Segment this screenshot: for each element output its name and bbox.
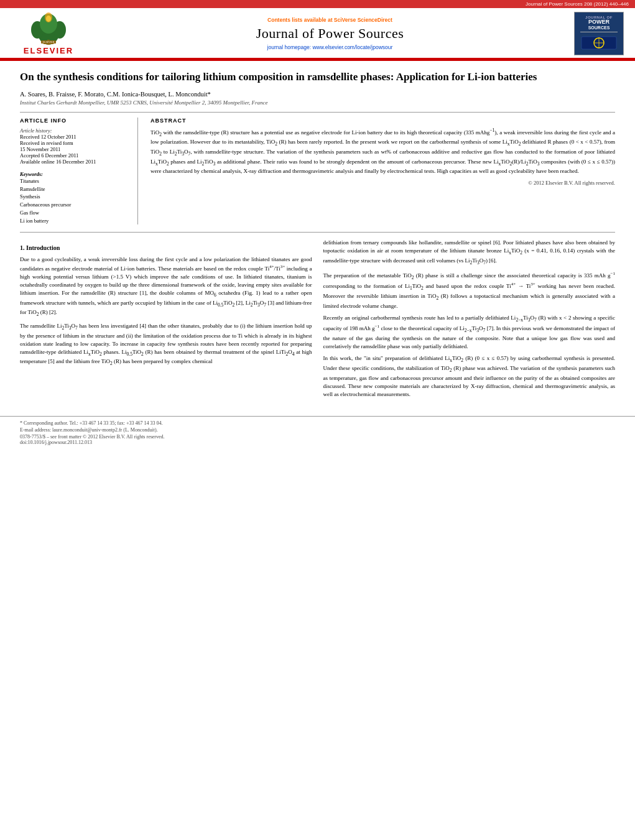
- issn-line: 0378-7753/$ – see front matter © 2012 El…: [20, 434, 615, 440]
- available-date: Available online 16 December 2011: [20, 159, 129, 165]
- homepage-url[interactable]: www.elsevier.com/locate/jpowsour: [312, 44, 392, 50]
- article-info-abstract: ARTICLE INFO Article history: Received 1…: [20, 118, 615, 225]
- intro-paragraph-1: Due to a good cycleability, a weak irrev…: [20, 256, 312, 318]
- copyright: © 2012 Elsevier B.V. All rights reserved…: [151, 180, 615, 186]
- corresponding-note: * Corresponding author. Tel.: +33 467 14…: [20, 420, 615, 426]
- keywords-heading: Keywords:: [20, 171, 129, 177]
- ps-logo-line2: POWER: [588, 19, 610, 25]
- journal-title: Journal of Power Sources: [86, 25, 574, 42]
- right-paragraph-4: In this work, the "in situ" preparation …: [323, 354, 616, 398]
- right-paragraph-1: delithiation from ternary compounds like…: [323, 239, 616, 266]
- keyword-5: Gas flow: [20, 209, 129, 217]
- left-column: 1. Introduction Due to a good cycleabili…: [20, 239, 312, 402]
- authors: A. Soares, B. Fraisse, F. Morato, C.M. I…: [20, 91, 615, 98]
- body-columns: 1. Introduction Due to a good cycleabili…: [20, 239, 615, 402]
- page: Journal of Power Sources 208 (2012) 440–…: [0, 0, 635, 840]
- received-date: Received 12 October 2011: [20, 134, 129, 140]
- email-note: E-mail address: laure.monconduit@univ-mo…: [20, 427, 615, 433]
- elsevier-tree-icon: ELSEVIER: [24, 12, 73, 45]
- keyword-1: Titanates: [20, 177, 129, 185]
- sciverse-brand[interactable]: SciVerse ScienceDirect: [334, 17, 392, 23]
- ps-logo-graphic: [580, 34, 618, 52]
- doi-line: doi:10.1016/j.jpowsour.2011.12.013: [20, 440, 615, 445]
- main-content: On the synthesis conditions for tailorin…: [0, 61, 635, 411]
- keyword-4: Carbonaceous precursor: [20, 201, 129, 209]
- divider-2: [20, 232, 615, 233]
- received-revised-date: 15 November 2011: [20, 146, 129, 152]
- article-info-heading: ARTICLE INFO: [20, 118, 129, 124]
- footer: * Corresponding author. Tel.: +33 467 14…: [0, 416, 635, 448]
- keyword-3: Synthesis: [20, 193, 129, 201]
- keyword-2: Ramsdellite: [20, 185, 129, 193]
- keyword-6: Li ion battery: [20, 217, 129, 225]
- article-title: On the synthesis conditions for tailorin…: [20, 70, 615, 85]
- abstract-section: ABSTRACT TiO2 with the ramsdellite-type …: [151, 118, 615, 225]
- elsevier-text: ELSEVIER: [24, 46, 73, 55]
- intro-paragraph-2: The ramsdellite Li2Ti3O7 has been less i…: [20, 322, 312, 367]
- divider-1: [20, 112, 615, 113]
- intro-heading: 1. Introduction: [20, 244, 312, 253]
- svg-point-8: [46, 16, 51, 22]
- elsevier-logo: ELSEVIER ELSEVIER: [11, 12, 86, 55]
- power-sources-logo: JOURNAL OF POWER SOURCES: [574, 12, 624, 55]
- abstract-heading: ABSTRACT: [151, 118, 615, 124]
- right-paragraph-3: Recently an original carbothermal synthe…: [323, 314, 616, 351]
- affiliation: Institut Charles Gerhardt Montpellier, U…: [20, 99, 615, 106]
- accepted-date: Accepted 6 December 2011: [20, 152, 129, 159]
- history-label: Article history:: [20, 127, 129, 134]
- sciverse-link: Contents lists available at SciVerse Sci…: [86, 17, 574, 23]
- journal-citation: Journal of Power Sources 208 (2012) 440–…: [526, 1, 629, 7]
- received-revised-label: Received in revised form: [20, 140, 129, 146]
- abstract-text: TiO2 with the ramsdellite-type (R) struc…: [151, 127, 615, 176]
- article-info-panel: ARTICLE INFO Article history: Received 1…: [20, 118, 138, 225]
- keywords-section: Keywords: Titanates Ramsdellite Synthesi…: [20, 171, 129, 225]
- svg-text:ELSEVIER: ELSEVIER: [43, 40, 55, 44]
- ps-logo-line3: SOURCES: [588, 25, 610, 30]
- right-column: delithiation from ternary compounds like…: [323, 239, 616, 402]
- journal-header-center: Contents lists available at SciVerse Sci…: [86, 17, 574, 50]
- journal-header: ELSEVIER ELSEVIER Contents lists availab…: [0, 8, 635, 59]
- right-paragraph-2: The preparation of the metastable TiO2 (…: [323, 270, 616, 310]
- journal-homepage: journal homepage: www.elsevier.com/locat…: [86, 44, 574, 50]
- journal-citation-bar: Journal of Power Sources 208 (2012) 440–…: [0, 0, 635, 8]
